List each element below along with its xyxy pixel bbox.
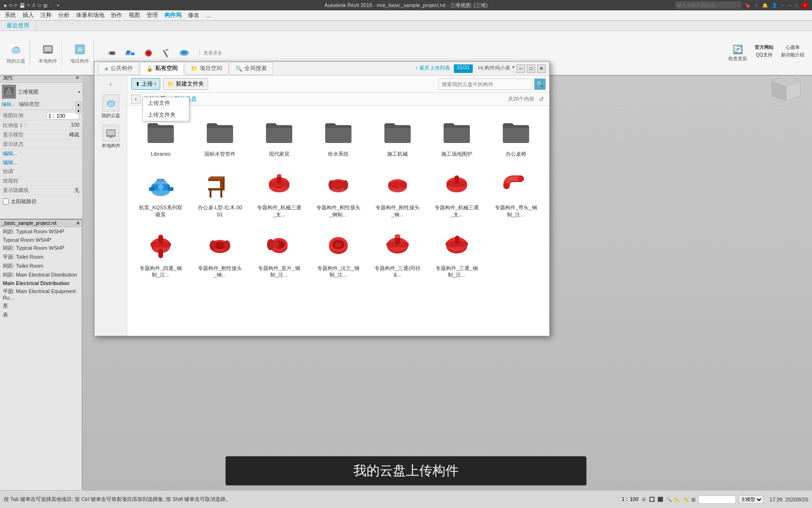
expand-upload-list[interactable]: ↑ 展开上传列表 [415,64,450,73]
svg-rect-91 [455,236,460,244]
part-tee-3[interactable]: 专题构件_三通(同径&... [370,226,425,283]
part-tee-1[interactable]: 专题构件_机械三通_支... [251,165,307,222]
part-icon [203,230,236,263]
location-back-btn[interactable]: ‹ [131,95,141,104]
svg-rect-68 [158,249,163,258]
svg-rect-37 [208,188,225,190]
see-more-btn[interactable]: 查看更多 [203,50,222,56]
prop-row-display-state: 显示状态 [1,140,81,149]
local-component-icon[interactable] [40,42,55,57]
menu-view[interactable]: 视图 [126,10,143,20]
modal-search-input[interactable] [438,79,532,90]
edit-type-btn[interactable]: 编辑... [2,101,15,108]
update-icon[interactable]: 🔄 [733,44,743,55]
nav-mycloud[interactable]: 我的云盘 [102,95,120,119]
upload-file-option[interactable]: 上传文件 [143,97,189,109]
mycloud-icon[interactable] [8,42,23,57]
menu-manage[interactable]: 管理 [144,10,161,20]
folder-office[interactable]: 办公桌椅 [488,111,544,161]
blue-pipe-icon[interactable] [177,46,192,61]
menu-insert[interactable]: 插入 [20,10,37,20]
upload-btn[interactable]: ⬆ 上传 ▾ [131,78,160,90]
edit-btn-2[interactable]: 编辑... [3,159,17,165]
upload-dropdown-arrow[interactable]: ▾ [154,82,156,86]
project-component-icon[interactable]: ⊞ [72,42,87,57]
status-input[interactable] [698,495,736,504]
folder-furniture[interactable]: 现代家居 [251,111,307,161]
project-close-btn[interactable]: ✕ [76,221,80,226]
modal-maximize-btn[interactable]: □ [527,64,535,73]
upload-count: 31/31 [454,64,473,73]
edit-btn-1[interactable]: 编辑... [3,151,17,156]
part-elbow[interactable]: 专题构件_弯头_钢制_注... [488,165,544,222]
folder-name: 办公桌椅 [506,151,526,157]
red-gear-icon[interactable] [141,46,156,61]
menu-component-dock[interactable]: 构件坞 [162,10,184,20]
global-search-input[interactable] [675,1,741,9]
menu-extra[interactable]: ... [203,11,213,20]
part-tee-2[interactable]: 专题构件_机械三通_支... [429,165,484,222]
view-mode-select[interactable]: 主模型 [739,495,763,504]
svg-rect-57 [388,182,407,188]
tab-global-search[interactable]: 🔍 全局搜索 [229,62,273,75]
menu-modify[interactable]: 修改 [185,10,202,20]
new-folder-btn[interactable]: 📁 新建文件夹 [163,78,208,90]
scroll-down-btn[interactable]: ▼ [76,108,81,114]
scroll-up-btn[interactable]: ▲ [76,102,81,107]
maximize-btn[interactable]: □ [795,3,798,8]
modal-close-btn[interactable]: ✕ [537,64,546,73]
menu-annotate[interactable]: 注释 [38,10,55,20]
part-pump[interactable]: 机泵_KQSS系列双吸泵 [133,165,188,222]
project-item-main-dist: Main Electrical Distribution [0,279,82,287]
upload-folder-option[interactable]: 上传文件夹 [143,109,189,121]
part-coupling-2[interactable]: 专题构件_刚性接头_钢... [370,165,425,222]
folder-name: Libraries [151,151,171,157]
blue-blocks-icon[interactable] [123,46,138,61]
close-btn[interactable]: ✕ [802,3,808,8]
tab-project[interactable]: 📁 项目空间 [185,62,228,75]
folder-pipes[interactable]: 国标水管管件 [192,111,248,161]
svg-rect-10 [131,52,135,55]
svg-marker-41 [222,176,225,190]
user-chevron[interactable]: ▾ [512,64,515,73]
menu-analyze[interactable]: 分析 [55,10,72,20]
scale-input[interactable] [47,112,79,119]
ribbon-tab-recent[interactable]: 最近使用 [0,21,36,31]
part-icon [440,230,473,263]
pipe-fitting-icon[interactable] [105,46,120,61]
part-name: 机泵_KQSS系列双吸泵 [137,204,184,218]
prop-row-none: 显示隐藏线 无 [1,186,81,195]
tab-private[interactable]: 🔒 私有空间 [140,62,184,75]
svg-point-1 [12,48,20,53]
tab-public[interactable]: ◈ 公共构件 [98,62,139,75]
menu-massing[interactable]: 体量和场地 [73,10,107,20]
status-bar: 按 Tab 键单击可选择其他项目; 按 Ctrl 键单击可将新项目添加到选择集;… [0,490,812,508]
project-filename: _basic_sample_project.rvt [2,221,56,226]
modal-titlebar: ◈ 公共构件 🔒 私有空间 📁 项目空间 🔍 全局搜索 ↑ 展开上传列表 31/… [94,62,549,76]
part-flange[interactable]: 专题构件_法兰_钢制_注... [311,226,366,283]
minimize-btn[interactable]: ─ [788,3,791,8]
tool-icon[interactable] [159,46,174,61]
checkbox[interactable] [3,198,9,205]
upload-dropdown-menu: 上传文件 上传文件夹 [142,97,189,121]
refresh-btn[interactable]: ↺ [537,95,546,103]
part-tee-4[interactable]: 专题构件_三通_钢制_注... [429,226,484,283]
svg-rect-4 [46,53,50,54]
nav-back-btn[interactable]: ‹ [106,79,116,89]
nav-local[interactable]: 本地构件 [102,125,120,149]
modal-minimize-btn[interactable]: ─ [516,64,525,73]
part-coupling-3[interactable]: 专题构件_刚性接头_钢... [192,226,248,283]
menu-collaborate[interactable]: 协作 [108,10,125,20]
folder-water[interactable]: 给水系统 [311,111,366,161]
folder-construction[interactable]: 施工场地围护 [429,111,484,161]
part-coupling-1[interactable]: 专题构件_刚性接头_钢制... [311,165,366,222]
part-cross[interactable]: 专题构件_四通_钢制_注... [133,226,188,283]
menu-system[interactable]: 系统 [2,10,19,20]
part-desk[interactable]: 办公桌-L型-红木.0001 [192,165,248,222]
modal-search-button[interactable]: 🔍 [534,79,546,90]
part-cap[interactable]: 专题构件_盲片_钢制_注... [251,226,307,283]
svg-point-7 [112,51,115,55]
folder-machinery[interactable]: 施工机械 [370,111,425,161]
svg-point-32 [158,184,164,190]
part-icon [263,169,296,202]
